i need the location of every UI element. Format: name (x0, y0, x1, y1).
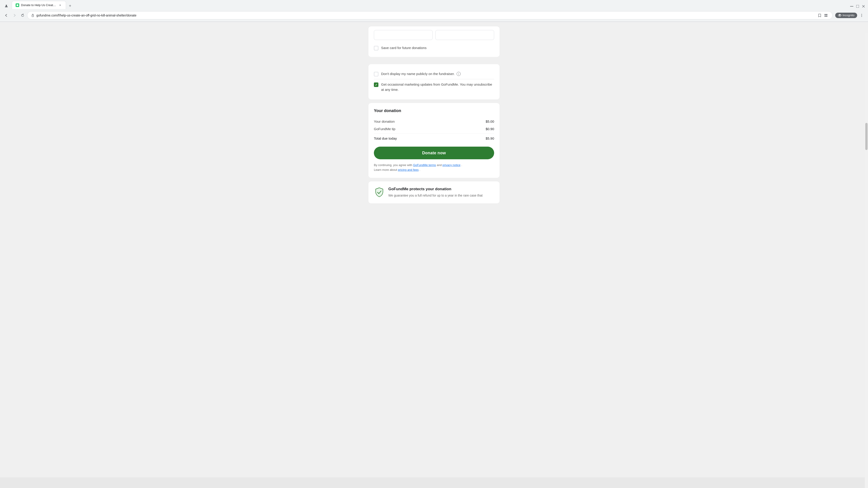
reload-button[interactable] (19, 12, 26, 19)
browser-chrome: Donate to Help Us Create An O × + (0, 0, 868, 22)
url-input[interactable] (36, 13, 815, 17)
svg-point-11 (862, 14, 862, 14)
legal-line2: Learn more about pricing and fees . (374, 168, 494, 172)
dont-display-label-wrap: Don't display my name publicly on the fu… (381, 71, 461, 76)
your-donation-label: Your donation (374, 120, 395, 123)
maximize-button[interactable] (855, 4, 860, 9)
marketing-row: Get occasional marketing updates from Go… (374, 79, 494, 95)
total-label: Total due today (374, 136, 397, 140)
privacy-notice-link[interactable]: privacy notice (442, 163, 460, 167)
dont-display-checkbox[interactable] (374, 72, 378, 76)
gofundme-tip-value: $0.90 (486, 127, 494, 131)
legal-text: By continuing, you agree with GoFundMe t… (374, 163, 494, 172)
tabs-bar: Donate to Help Us Create An O × + (0, 0, 868, 9)
payment-buttons-row (374, 30, 494, 40)
right-nav: Incognito (835, 12, 865, 19)
protected-content: GoFundMe protects your donation We guara… (388, 187, 483, 198)
svg-rect-8 (826, 14, 827, 15)
gofundme-tip-label: GoFundMe tip (374, 127, 395, 131)
svg-point-12 (862, 15, 862, 15)
total-row: Total due today $5.90 (374, 135, 494, 142)
new-tab-button[interactable]: + (67, 3, 73, 9)
scrollbar-thumb[interactable] (865, 123, 868, 150)
active-tab[interactable]: Donate to Help Us Create An O × (12, 1, 66, 9)
nav-bar: Incognito (0, 9, 868, 22)
donate-now-button[interactable]: Donate now (374, 147, 494, 159)
legal-period2: . (420, 168, 421, 171)
save-card-label: Save card for future donations (381, 45, 427, 51)
svg-rect-2 (850, 6, 853, 6)
incognito-badge[interactable]: Incognito (835, 13, 857, 18)
forward-button[interactable] (11, 12, 18, 19)
payment-button-2[interactable] (435, 30, 494, 40)
total-divider (374, 133, 494, 134)
address-bar[interactable] (27, 11, 833, 20)
browser-menu-button[interactable] (858, 12, 865, 19)
save-card-row: Save card for future donations (374, 43, 494, 53)
protected-section: GoFundMe protects your donation We guara… (368, 182, 500, 203)
bookmark-button[interactable] (817, 13, 822, 18)
svg-rect-7 (825, 14, 826, 15)
svg-rect-6 (32, 15, 34, 17)
pricing-fees-link[interactable]: pricing and fees (398, 168, 418, 171)
save-card-checkbox[interactable] (374, 46, 378, 51)
profile-button[interactable] (3, 3, 9, 9)
legal-and: and (437, 163, 442, 167)
svg-rect-9 (825, 15, 826, 17)
donation-summary-section: Your donation Your donation $5.00 GoFund… (368, 103, 500, 178)
donation-summary-title: Your donation (374, 108, 494, 113)
dont-display-row: Don't display my name publicly on the fu… (374, 69, 494, 79)
incognito-icon (838, 13, 842, 17)
preferences-card: Don't display my name publicly on the fu… (368, 64, 500, 100)
svg-point-13 (862, 16, 862, 17)
info-icon[interactable]: i (457, 72, 461, 76)
legal-prefix: By continuing, you agree with (374, 163, 413, 167)
shield-icon-wrap (374, 187, 385, 198)
gofundme-terms-link[interactable]: GoFundMe terms (413, 163, 436, 167)
protected-text: We guarantee you a full refund for up to… (388, 193, 483, 198)
marketing-label: Get occasional marketing updates from Go… (381, 82, 494, 92)
tab-title: Donate to Help Us Create An O (21, 3, 56, 7)
tab-favicon (16, 3, 19, 7)
svg-point-1 (17, 4, 18, 6)
your-donation-row: Your donation $5.00 (374, 118, 494, 125)
page-content: Save card for future donations Don't dis… (0, 22, 868, 477)
spacer (368, 61, 500, 64)
your-donation-value: $5.00 (486, 120, 494, 123)
svg-rect-3 (856, 5, 859, 8)
card-top-section: Save card for future donations (368, 26, 500, 57)
total-value: $5.90 (486, 136, 494, 140)
legal-period: . (461, 163, 462, 167)
svg-rect-10 (826, 15, 827, 17)
svg-point-0 (6, 5, 7, 6)
lock-icon (31, 13, 35, 17)
protected-title: GoFundMe protects your donation (388, 187, 483, 191)
extensions-button[interactable] (823, 13, 829, 18)
payment-button-1[interactable] (374, 30, 433, 40)
tab-close-button[interactable]: × (58, 3, 62, 7)
dont-display-label: Don't display my name publicly on the fu… (381, 72, 455, 76)
address-icons (817, 13, 829, 18)
scrollbar[interactable] (865, 33, 868, 488)
legal-learn: Learn more about (374, 168, 398, 171)
minimize-button[interactable] (849, 4, 855, 9)
gofundme-tip-row: GoFundMe tip $0.90 (374, 125, 494, 133)
back-button[interactable] (3, 12, 10, 19)
close-button[interactable] (861, 4, 866, 9)
legal-line1: By continuing, you agree with GoFundMe t… (374, 163, 494, 168)
marketing-checkbox[interactable] (374, 83, 378, 87)
shield-icon (374, 187, 385, 198)
form-container: Save card for future donations Don't dis… (368, 22, 500, 477)
